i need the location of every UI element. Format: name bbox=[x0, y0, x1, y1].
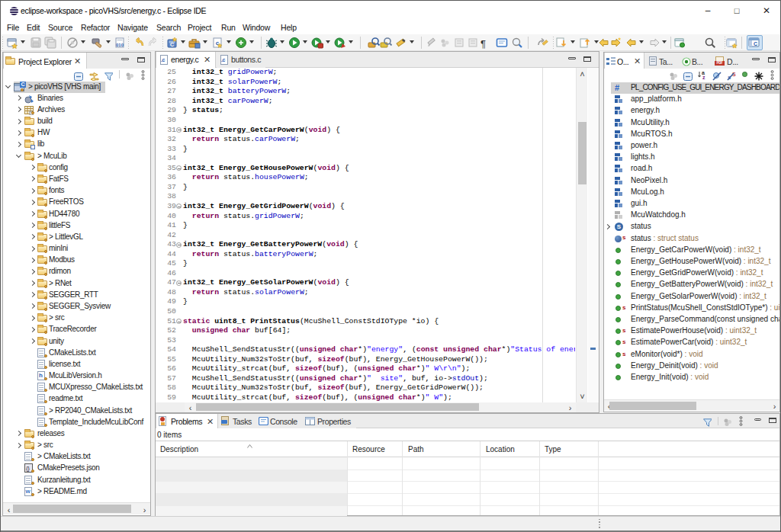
svg-text:C: C bbox=[170, 42, 174, 47]
svg-text:C: C bbox=[754, 41, 757, 46]
svg-text:z: z bbox=[702, 75, 705, 80]
svg-text:010: 010 bbox=[116, 43, 124, 47]
